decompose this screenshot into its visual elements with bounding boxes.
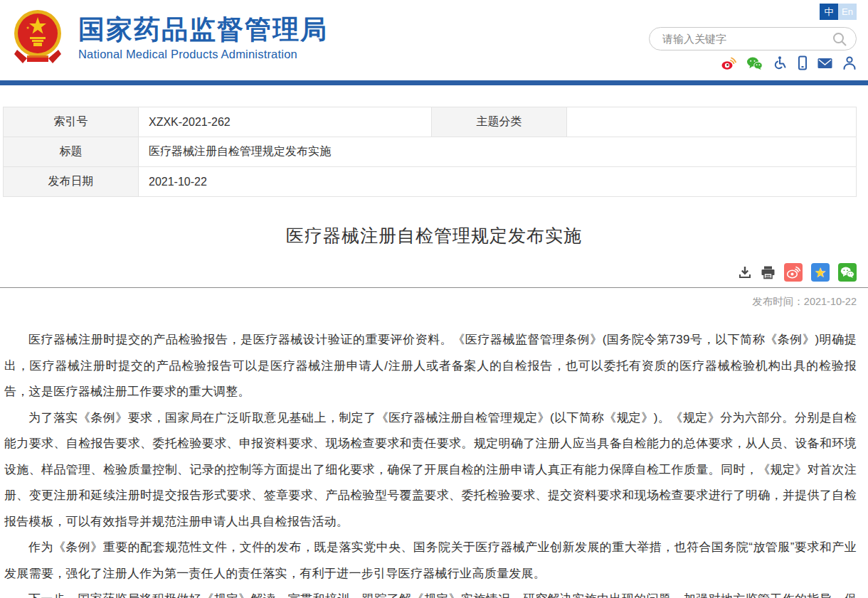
table-row: 标题 医疗器械注册自检管理规定发布实施 bbox=[4, 137, 857, 167]
site-title-block: 国家药品监督管理局 National Medical Products Admi… bbox=[78, 12, 328, 61]
meta-label-topic: 主题分类 bbox=[432, 107, 567, 137]
lang-zh-button[interactable]: 中 bbox=[820, 4, 838, 20]
accessibility-icon[interactable] bbox=[773, 55, 788, 70]
publish-time-value: 2021-10-22 bbox=[804, 296, 857, 307]
publish-time-label: 发布时间： bbox=[752, 296, 804, 307]
search-input[interactable] bbox=[661, 32, 832, 46]
share-weibo-icon[interactable] bbox=[784, 263, 803, 282]
mail-icon[interactable] bbox=[817, 58, 832, 69]
table-row: 索引号 XZXK-2021-262 主题分类 bbox=[4, 107, 857, 137]
document-meta-table: 索引号 XZXK-2021-262 主题分类 标题 医疗器械注册自检管理规定发布… bbox=[3, 107, 857, 197]
search-icon[interactable] bbox=[832, 31, 847, 47]
search-box bbox=[649, 27, 857, 50]
meta-label-date: 发布日期 bbox=[4, 167, 139, 197]
page-title: 医疗器械注册自检管理规定发布实施 bbox=[0, 224, 868, 247]
publish-time: 发布时间：2021-10-22 bbox=[0, 295, 857, 309]
main-content: 索引号 XZXK-2021-262 主题分类 标题 医疗器械注册自检管理规定发布… bbox=[0, 107, 868, 598]
header-quick-icons bbox=[721, 55, 857, 70]
title-divider bbox=[0, 287, 868, 288]
national-emblem-logo bbox=[11, 9, 64, 64]
print-icon[interactable] bbox=[761, 265, 776, 279]
site-branding: 国家药品监督管理局 National Medical Products Admi… bbox=[11, 9, 328, 64]
meta-value-index: XZXK-2021-262 bbox=[139, 107, 432, 137]
meta-label-title: 标题 bbox=[4, 137, 139, 167]
article-paragraph: 下一步，国家药监局将积极做好《规定》解读、宣贯和培训，跟踪了解《规定》实施情况，… bbox=[4, 587, 857, 598]
weibo-icon[interactable] bbox=[721, 56, 736, 70]
table-row: 发布日期 2021-10-22 bbox=[4, 167, 857, 197]
lang-en-button[interactable]: En bbox=[838, 4, 857, 20]
meta-value-date: 2021-10-22 bbox=[139, 167, 857, 197]
article-paragraph: 作为《条例》重要的配套规范性文件，文件的发布，既是落实党中央、国务院关于医疗器械… bbox=[4, 535, 857, 587]
share-qzone-icon[interactable]: ★ bbox=[811, 263, 830, 282]
meta-value-title: 医疗器械注册自检管理规定发布实施 bbox=[139, 137, 857, 167]
header-divider-bar bbox=[0, 80, 868, 85]
star-icon: ★ bbox=[814, 266, 826, 279]
article-paragraph: 为了落实《条例》要求，国家局在广泛听取意见基础上，制定了《医疗器械注册自检管理规… bbox=[4, 405, 857, 535]
article-body: 医疗器械注册时提交的产品检验报告，是医疗器械设计验证的重要评价资料。《医疗器械监… bbox=[4, 327, 857, 598]
mobile-icon[interactable] bbox=[798, 55, 808, 70]
site-title-en: National Medical Products Administration bbox=[78, 48, 328, 61]
article-paragraph: 医疗器械注册时提交的产品检验报告，是医疗器械设计验证的重要评价资料。《医疗器械监… bbox=[4, 327, 857, 405]
language-toggle: 中 En bbox=[820, 4, 857, 20]
meta-label-index: 索引号 bbox=[4, 107, 139, 137]
download-icon[interactable] bbox=[738, 265, 752, 279]
site-header: 国家药品监督管理局 National Medical Products Admi… bbox=[0, 0, 868, 80]
wechat-icon[interactable] bbox=[746, 56, 763, 70]
share-wechat-icon[interactable] bbox=[838, 263, 857, 282]
site-title-zh: 国家药品监督管理局 bbox=[78, 15, 328, 45]
user-icon[interactable] bbox=[842, 55, 857, 70]
meta-value-topic bbox=[567, 107, 857, 137]
article-action-bar: ★ bbox=[0, 263, 857, 282]
